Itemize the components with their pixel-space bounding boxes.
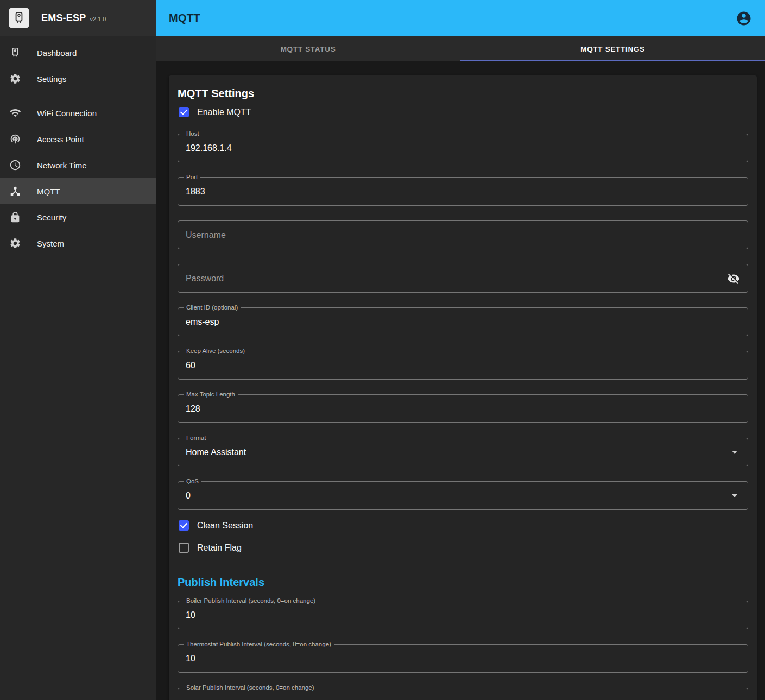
host-field: Host — [178, 134, 748, 162]
clean-session-checkbox[interactable] — [179, 520, 189, 531]
client-id-label: Client ID (optional) — [184, 304, 241, 311]
account-circle-icon[interactable] — [736, 10, 752, 27]
page-title: MQTT — [169, 12, 200, 24]
retain-flag-label: Retain Flag — [197, 543, 242, 553]
gear-icon — [9, 72, 22, 85]
tab-mqtt-status[interactable]: MQTT STATUS — [156, 36, 460, 61]
boiler-publish-interval-label: Boiler Publish Interval (seconds, 0=on c… — [184, 597, 318, 604]
password-field — [178, 264, 748, 293]
main-area: MQTT MQTT STATUS MQTT SETTINGS MQTT Sett… — [156, 0, 765, 700]
boiler-publish-interval-field: Boiler Publish Interval (seconds, 0=on c… — [178, 601, 748, 629]
thermostat-publish-interval-label: Thermostat Publish Interval (seconds, 0=… — [184, 641, 334, 647]
port-label: Port — [184, 174, 200, 180]
sidebar-item-mqtt[interactable]: MQTT — [0, 178, 156, 204]
sidebar-item-label: Settings — [37, 74, 66, 84]
sidebar-item-system[interactable]: System — [0, 230, 156, 256]
format-select[interactable]: Format Home Assistant — [178, 438, 748, 466]
thermostat-publish-interval-input[interactable] — [186, 654, 740, 664]
app-version: v2.1.0 — [90, 14, 106, 22]
qos-value: 0 — [186, 491, 732, 501]
port-input[interactable] — [186, 187, 740, 197]
tabbar: MQTT STATUS MQTT SETTINGS — [156, 36, 765, 61]
enable-mqtt-row[interactable]: Enable MQTT — [178, 101, 748, 123]
publish-intervals-title: Publish Intervals — [178, 576, 748, 589]
sidebar-item-wifi-connection[interactable]: WiFi Connection — [0, 100, 156, 126]
enable-mqtt-label: Enable MQTT — [197, 108, 251, 117]
card-title: MQTT Settings — [178, 87, 748, 100]
sidebar-item-label: Dashboard — [37, 48, 77, 58]
host-input[interactable] — [186, 143, 740, 153]
enable-mqtt-checkbox[interactable] — [179, 107, 189, 117]
sidebar-item-label: Network Time — [37, 161, 87, 170]
appbar: MQTT — [156, 0, 765, 36]
solar-publish-interval-input[interactable] — [186, 697, 740, 700]
app-root: EMS-ESP v2.1.0 Dashboard Settings — [0, 0, 765, 700]
sidebar-item-security[interactable]: Security — [0, 204, 156, 230]
sidebar-item-access-point[interactable]: Access Point — [0, 126, 156, 152]
visibility-off-icon[interactable] — [727, 272, 740, 285]
client-id-field: Client ID (optional) — [178, 307, 748, 336]
tab-indicator — [460, 60, 765, 61]
lock-icon — [9, 211, 22, 224]
max-topic-length-input[interactable] — [186, 404, 740, 414]
sidebar-item-label: Access Point — [37, 135, 84, 144]
sidebar-divider — [0, 96, 156, 96]
tab-mqtt-settings[interactable]: MQTT SETTINGS — [460, 36, 765, 61]
keep-alive-label: Keep Alive (seconds) — [184, 348, 248, 354]
sidebar-nav: Dashboard Settings WiFi Connection Acc — [0, 36, 156, 256]
clean-session-row[interactable]: Clean Session — [178, 514, 748, 537]
gear-icon — [9, 237, 22, 250]
sidebar-item-label: MQTT — [37, 187, 60, 196]
sidebar-header: EMS-ESP v2.1.0 — [0, 0, 156, 36]
sidebar: EMS-ESP v2.1.0 Dashboard Settings — [0, 0, 156, 700]
keep-alive-input[interactable] — [186, 361, 740, 370]
qos-label: QoS — [184, 478, 201, 484]
format-label: Format — [184, 434, 208, 441]
sidebar-item-settings[interactable]: Settings — [0, 66, 156, 92]
host-label: Host — [184, 130, 202, 137]
keep-alive-field: Keep Alive (seconds) — [178, 351, 748, 380]
clock-icon — [9, 159, 22, 172]
wifi-icon — [9, 106, 22, 119]
mqtt-settings-card: MQTT Settings Enable MQTT Host Port — [169, 75, 757, 700]
username-field — [178, 220, 748, 249]
clean-session-label: Clean Session — [197, 521, 253, 531]
device-hub-icon — [9, 185, 22, 198]
password-input[interactable] — [186, 274, 727, 283]
content-area: MQTT Settings Enable MQTT Host Port — [156, 61, 765, 700]
dashboard-icon — [9, 46, 22, 59]
port-field: Port — [178, 177, 748, 206]
boiler-publish-interval-input[interactable] — [186, 610, 740, 620]
app-logo-icon — [9, 8, 29, 28]
retain-flag-checkbox[interactable] — [179, 543, 189, 553]
access-point-icon — [9, 133, 22, 146]
client-id-input[interactable] — [186, 317, 740, 327]
solar-publish-interval-field: Solar Publish Interval (seconds, 0=on ch… — [178, 688, 748, 700]
thermostat-publish-interval-field: Thermostat Publish Interval (seconds, 0=… — [178, 644, 748, 673]
sidebar-item-label: Security — [37, 213, 66, 222]
format-value: Home Assistant — [186, 447, 732, 457]
username-input[interactable] — [186, 230, 740, 240]
max-topic-length-field: Max Topic Length — [178, 394, 748, 423]
sidebar-item-network-time[interactable]: Network Time — [0, 152, 156, 178]
max-topic-length-label: Max Topic Length — [184, 391, 238, 398]
sidebar-item-label: System — [37, 239, 64, 248]
app-name: EMS-ESP — [41, 12, 86, 24]
solar-publish-interval-label: Solar Publish Interval (seconds, 0=on ch… — [184, 684, 317, 691]
qos-select[interactable]: QoS 0 — [178, 481, 748, 510]
retain-flag-row[interactable]: Retain Flag — [178, 537, 748, 559]
chevron-down-icon — [732, 451, 737, 454]
sidebar-item-dashboard[interactable]: Dashboard — [0, 40, 156, 66]
sidebar-item-label: WiFi Connection — [37, 109, 97, 118]
chevron-down-icon — [732, 494, 737, 497]
